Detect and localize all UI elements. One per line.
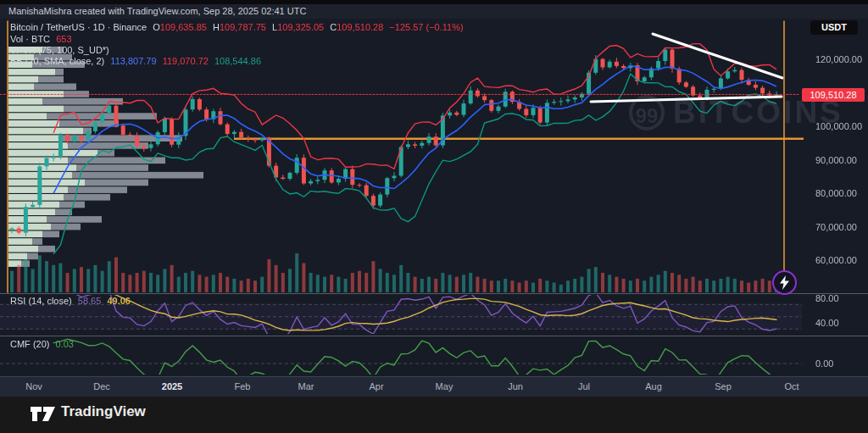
time-tick-label: Mar [298, 381, 314, 391]
vpvr-legend-row[interactable]: VPVR (75, 100, S_UD*) [10, 45, 113, 55]
time-tick-label: Jul [578, 381, 590, 391]
time-axis[interactable] [0, 376, 868, 397]
symbol-title: Bitcoin / TetherUS · 1D · Binance [10, 22, 147, 32]
price-tick-label: 80,000.00 [815, 188, 857, 198]
last-price-badge: 109,510.28 [802, 88, 865, 102]
bb-basis-value: 113,807.79 [110, 56, 156, 66]
footer-bar: TradingView [0, 397, 868, 433]
price-chart-canvas[interactable] [0, 19, 868, 397]
price-tick-label: 100,000.00 [815, 121, 862, 131]
currency-toggle-button[interactable]: USDT [810, 20, 858, 35]
cmf-legend-row[interactable]: CMF (20) 0.03 [10, 339, 77, 349]
time-tick-label: Feb [235, 381, 251, 391]
cmf-label: CMF (20) [10, 339, 49, 349]
close-value: 109,510.28 [337, 22, 383, 32]
rsi-legend-row[interactable]: RSI (14, close) 58.65 49.06 [10, 296, 134, 306]
high-label: H [213, 22, 220, 32]
time-tick-label: Jun [508, 381, 523, 391]
time-tick-label: May [436, 381, 453, 391]
price-tick-label: 120,000.00 [815, 54, 862, 64]
cmf-value: 0.03 [56, 339, 74, 349]
vpvr-label: VPVR (75, 100, S_UD*) [10, 45, 109, 55]
cmf-tick-label: 0.00 [815, 358, 833, 369]
footer-brand: TradingView [61, 403, 146, 420]
price-tick-label: 60,000.00 [815, 255, 857, 265]
symbol-legend-row[interactable]: Bitcoin / TetherUS · 1D · Binance O109,6… [10, 22, 467, 32]
change-value: −125.57 (−0.11%) [389, 22, 463, 32]
low-value: 109,325.05 [277, 22, 324, 32]
open-value: 109,635.85 [160, 22, 207, 32]
rsi-ma-value: 49.06 [107, 296, 131, 306]
time-tick-label: 2025 [162, 381, 182, 391]
price-tick-label: 70,000.00 [815, 222, 857, 232]
bb-label: BB (20, SMA, close, 2) [10, 56, 104, 66]
time-tick-label: Aug [645, 381, 662, 391]
rsi-label: RSI (14, close) [10, 296, 72, 306]
open-label: O [153, 22, 160, 32]
lightning-icon [778, 275, 791, 290]
watermark-99-logo-icon: 99 [629, 95, 665, 130]
tradingview-chart-page: ManishaMishra created with TradingView.c… [0, 0, 868, 433]
creator-line: ManishaMishra created with TradingView.c… [8, 6, 306, 16]
pane-separator-rsi[interactable] [0, 293, 868, 294]
volume-value: 653 [56, 34, 71, 44]
volume-legend-row[interactable]: Vol · BTC 653 [10, 34, 75, 44]
price-tick-label: 90,000.00 [815, 155, 857, 165]
bb-legend-row[interactable]: BB (20, SMA, close, 2) 113,807.79 119,07… [10, 56, 264, 66]
volume-label: Vol · BTC [10, 34, 50, 44]
tradingview-logo-icon[interactable] [31, 404, 56, 425]
rsi-value: 58.65 [78, 296, 102, 306]
high-value: 109,787.75 [220, 22, 266, 32]
rsi-tick-label: 40.00 [815, 318, 839, 328]
time-tick-label: Nov [25, 381, 42, 391]
bb-upper-value: 119,070.72 [163, 56, 209, 66]
bb-lower-value: 108,544.86 [214, 56, 261, 66]
time-tick-label: Sep [715, 381, 732, 391]
flash-marker-button[interactable] [772, 270, 797, 295]
time-tick-label: Oct [784, 381, 798, 391]
time-tick-label: Dec [93, 381, 110, 391]
time-tick-label: Apr [369, 381, 383, 391]
creator-bar: ManishaMishra created with TradingView.c… [0, 4, 868, 19]
rsi-tick-label: 80.00 [815, 293, 839, 303]
pane-separator-cmf[interactable] [0, 336, 868, 336]
